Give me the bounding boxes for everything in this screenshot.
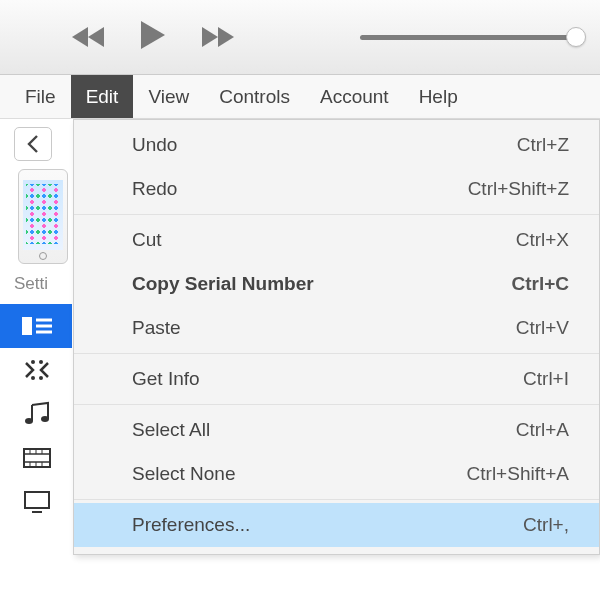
play-button[interactable] (141, 21, 165, 54)
menuitem-shortcut: Ctrl+X (516, 229, 569, 251)
menuitem-shortcut: Ctrl+Z (517, 134, 569, 156)
menuitem-undo[interactable]: UndoCtrl+Z (74, 123, 599, 167)
rewind-button[interactable] (70, 26, 106, 48)
menuitem-get-info[interactable]: Get InfoCtrl+I (74, 357, 599, 401)
sidebar-music[interactable] (0, 392, 72, 436)
menuitem-shortcut: Ctrl+Shift+A (467, 463, 569, 485)
list-icon (22, 315, 52, 337)
menu-edit[interactable]: Edit (71, 75, 134, 118)
settings-heading: Setti (14, 274, 72, 294)
menu-controls[interactable]: Controls (204, 75, 305, 118)
svg-point-13 (25, 418, 33, 424)
svg-rect-5 (22, 317, 32, 335)
menuitem-copy-serial-number[interactable]: Copy Serial NumberCtrl+C (74, 262, 599, 306)
fast-forward-button[interactable] (200, 26, 236, 48)
menu-file[interactable]: File (10, 75, 71, 118)
sidebar-list[interactable] (0, 304, 72, 348)
svg-marker-3 (202, 27, 218, 47)
menuitem-shortcut: Ctrl+V (516, 317, 569, 339)
svg-marker-0 (88, 27, 104, 47)
menu-help[interactable]: Help (404, 75, 473, 118)
svg-rect-24 (25, 492, 49, 508)
sidebar-video[interactable] (0, 436, 72, 480)
music-icon (22, 401, 52, 427)
menuitem-redo[interactable]: RedoCtrl+Shift+Z (74, 167, 599, 211)
svg-point-14 (41, 416, 49, 422)
menuitem-shortcut: Ctrl+A (516, 419, 569, 441)
menuitem-label: Preferences... (132, 514, 250, 536)
apps-icon (22, 357, 52, 383)
transport-controls (70, 21, 236, 54)
svg-point-11 (31, 376, 35, 380)
menuitem-paste[interactable]: PasteCtrl+V (74, 306, 599, 350)
menuitem-label: Cut (132, 229, 162, 251)
left-column: Setti (0, 169, 72, 524)
player-toolbar (0, 0, 600, 75)
menuitem-label: Select All (132, 419, 210, 441)
svg-point-10 (39, 360, 43, 364)
menuitem-shortcut: Ctrl+Shift+Z (468, 178, 569, 200)
chevron-left-icon (27, 135, 39, 153)
menuitem-select-none[interactable]: Select NoneCtrl+Shift+A (74, 452, 599, 496)
menuitem-shortcut: Ctrl+I (523, 368, 569, 390)
menuitem-label: Redo (132, 178, 177, 200)
svg-point-9 (31, 360, 35, 364)
back-button[interactable] (14, 127, 52, 161)
menuitem-label: Copy Serial Number (132, 273, 314, 295)
svg-marker-2 (141, 21, 165, 49)
menu-view[interactable]: View (133, 75, 204, 118)
menuitem-label: Select None (132, 463, 236, 485)
menuitem-preferences[interactable]: Preferences...Ctrl+, (74, 503, 599, 547)
volume-slider[interactable] (360, 35, 580, 40)
svg-marker-1 (72, 27, 88, 47)
svg-point-12 (39, 376, 43, 380)
volume-thumb[interactable] (566, 27, 586, 47)
edit-menu-dropdown: UndoCtrl+ZRedoCtrl+Shift+ZCutCtrl+XCopy … (73, 119, 600, 555)
video-icon (22, 447, 52, 469)
svg-rect-15 (24, 449, 50, 467)
menu-account[interactable]: Account (305, 75, 404, 118)
svg-marker-4 (218, 27, 234, 47)
menubar: FileEditViewControlsAccountHelp (0, 75, 600, 119)
device-thumbnail[interactable] (18, 169, 68, 264)
menuitem-shortcut: Ctrl+C (511, 273, 569, 295)
menuitem-cut[interactable]: CutCtrl+X (74, 218, 599, 262)
menuitem-label: Paste (132, 317, 181, 339)
menuitem-select-all[interactable]: Select AllCtrl+A (74, 408, 599, 452)
menuitem-label: Get Info (132, 368, 200, 390)
menuitem-label: Undo (132, 134, 177, 156)
sidebar-tv[interactable] (0, 480, 72, 524)
menuitem-shortcut: Ctrl+, (523, 514, 569, 536)
sidebar-apps[interactable] (0, 348, 72, 392)
tv-icon (22, 490, 52, 514)
